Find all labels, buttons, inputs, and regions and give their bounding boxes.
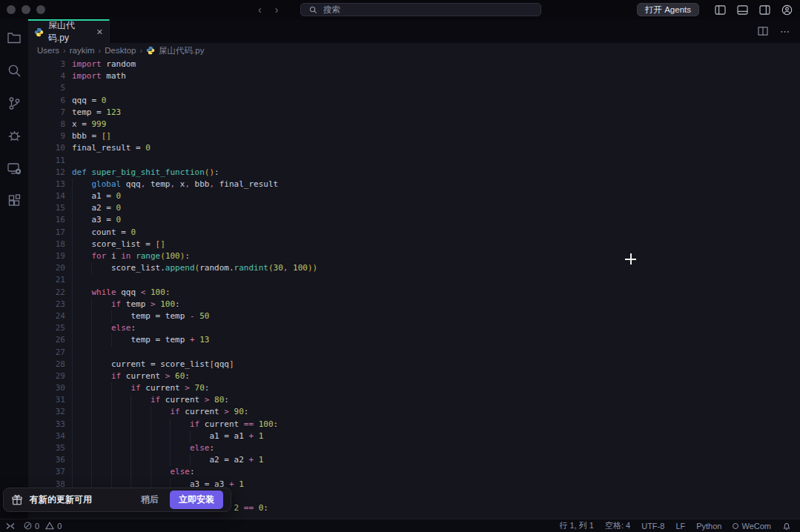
- eol-setting[interactable]: LF: [675, 522, 685, 531]
- line-number: 37: [28, 466, 65, 478]
- breadcrumb-separator: ›: [139, 46, 142, 55]
- code-line[interactable]: 19 for i in range(100):: [28, 250, 800, 262]
- indentation-setting[interactable]: 空格: 4: [605, 520, 630, 531]
- line-number: 6: [28, 95, 65, 107]
- explorer-icon[interactable]: [6, 30, 22, 46]
- toggle-sidebar-icon[interactable]: [714, 4, 726, 16]
- editor-more-actions-icon[interactable]: ⋯: [780, 26, 790, 37]
- remote-indicator-icon[interactable]: [6, 522, 15, 530]
- code-line[interactable]: 30 if current > 70:: [28, 382, 800, 394]
- code-line[interactable]: 23 if temp > 100:: [28, 299, 800, 310]
- minimize-window-button[interactable]: [22, 5, 30, 14]
- command-search-input[interactable]: 搜索: [300, 3, 541, 16]
- breadcrumb-item-desktop[interactable]: Desktop: [105, 46, 136, 55]
- encoding-setting[interactable]: UTF-8: [641, 522, 664, 531]
- breadcrumb-separator: ›: [63, 46, 66, 55]
- close-window-button[interactable]: [7, 5, 16, 14]
- line-number: 36: [28, 454, 65, 466]
- code-line[interactable]: 28 current = score_list[qqq]: [28, 359, 800, 370]
- code-line[interactable]: 12def super_big_shit_function():: [28, 167, 800, 179]
- toggle-panel-icon[interactable]: [736, 4, 748, 16]
- line-number: 31: [28, 394, 65, 406]
- breadcrumb-item-raykim[interactable]: raykim: [70, 46, 95, 55]
- code-line[interactable]: 14 a1 = 0: [28, 190, 800, 202]
- error-count: 0: [35, 522, 39, 531]
- code-line[interactable]: 25 else:: [28, 322, 800, 334]
- remote-explorer-icon[interactable]: [6, 160, 22, 176]
- wecom-status[interactable]: WeCom: [733, 522, 771, 531]
- code-line[interactable]: 26 temp = temp + 13: [28, 334, 800, 346]
- code-editor[interactable]: 3import random4import math56qqq = 07temp…: [28, 58, 800, 519]
- tab-close-icon[interactable]: ✕: [96, 27, 103, 37]
- code-line[interactable]: 29 if current > 60:: [28, 370, 800, 382]
- code-line[interactable]: 20 score_list.append(random.randint(30, …: [28, 262, 800, 274]
- line-number: 21: [28, 274, 65, 286]
- tab-file[interactable]: 屎山代码.py ✕: [28, 19, 110, 43]
- code-line[interactable]: 31 if current > 80:: [28, 394, 800, 406]
- line-number: 28: [28, 359, 65, 370]
- code-line[interactable]: 3import random: [28, 59, 800, 70]
- split-editor-icon[interactable]: [758, 27, 768, 36]
- status-bar: 0 0 行 1, 列 1 空格: 4 UTF-8 LF Python WeCom: [0, 519, 800, 532]
- code-line[interactable]: 15 a2 = 0: [28, 202, 800, 214]
- breadcrumb-item-file[interactable]: 屎山代码.py: [159, 45, 204, 56]
- line-number: 13: [28, 179, 65, 190]
- code-line[interactable]: 11: [28, 155, 800, 167]
- search-sidebar-icon[interactable]: [6, 62, 22, 79]
- code-line[interactable]: 7temp = 123: [28, 107, 800, 119]
- back-button[interactable]: ‹: [258, 4, 262, 16]
- code-line[interactable]: 18 score_list = []: [28, 239, 800, 250]
- run-debug-icon[interactable]: [6, 127, 22, 144]
- code-line[interactable]: 10final_result = 0: [28, 142, 800, 154]
- line-number: 22: [28, 287, 65, 299]
- line-number: 27: [28, 347, 65, 359]
- line-number: 30: [28, 382, 65, 394]
- open-agents-button[interactable]: 打开 Agents: [637, 3, 699, 16]
- breadcrumb-item-users[interactable]: Users: [37, 46, 59, 55]
- code-line[interactable]: 37 else:: [28, 466, 800, 478]
- code-line[interactable]: 33 if current == 100:: [28, 419, 800, 430]
- code-line[interactable]: 13 global qqq, temp, x, bbb, final_resul…: [28, 179, 800, 190]
- code-line[interactable]: 21: [28, 274, 800, 286]
- line-number: 8: [28, 119, 65, 130]
- code-line[interactable]: 34 a1 = a1 + 1: [28, 430, 800, 442]
- code-line[interactable]: 35 else:: [28, 442, 800, 454]
- notification-message: 有新的更新可用: [30, 493, 92, 506]
- extensions-icon[interactable]: [6, 193, 22, 209]
- mouse-crosshair-cursor: [625, 253, 636, 265]
- code-line[interactable]: 24 temp = temp - 50: [28, 310, 800, 322]
- code-line[interactable]: 27: [28, 347, 800, 359]
- account-icon[interactable]: [781, 4, 793, 16]
- problems-indicator[interactable]: 0 0: [24, 522, 62, 531]
- line-number: 29: [28, 370, 65, 382]
- code-line[interactable]: 4import math: [28, 70, 800, 82]
- code-line[interactable]: 6qqq = 0: [28, 95, 800, 107]
- toggle-secondary-sidebar-icon[interactable]: [758, 4, 770, 16]
- code-line[interactable]: 22 while qqq < 100:: [28, 287, 800, 299]
- title-bar: ‹ › 搜索 打开 Agents: [0, 0, 800, 19]
- breadcrumb-separator: ›: [99, 46, 102, 55]
- code-line[interactable]: 9bbb = []: [28, 130, 800, 142]
- language-mode[interactable]: Python: [696, 522, 721, 531]
- line-number: 14: [28, 190, 65, 202]
- source-control-icon[interactable]: [6, 95, 22, 111]
- code-line[interactable]: 36 a2 = a2 + 1: [28, 454, 800, 466]
- line-number: 34: [28, 430, 65, 442]
- code-line[interactable]: 16 a3 = 0: [28, 214, 800, 226]
- update-later-button[interactable]: 稍后: [136, 491, 163, 509]
- line-number: 33: [28, 419, 65, 430]
- install-now-button[interactable]: 立即安装: [170, 491, 223, 509]
- line-number: 23: [28, 299, 65, 310]
- line-number: 18: [28, 239, 65, 250]
- forward-button[interactable]: ›: [275, 4, 279, 16]
- code-line[interactable]: 32 if current > 90:: [28, 406, 800, 418]
- line-number: 26: [28, 334, 65, 346]
- maximize-window-button[interactable]: [36, 5, 45, 14]
- line-number: 11: [28, 155, 65, 167]
- line-number: 35: [28, 442, 65, 454]
- code-line[interactable]: 17 count = 0: [28, 227, 800, 239]
- code-line[interactable]: 8x = 999: [28, 119, 800, 130]
- notifications-bell-icon[interactable]: [782, 522, 791, 531]
- cursor-position[interactable]: 行 1, 列 1: [560, 520, 594, 531]
- code-line[interactable]: 5: [28, 82, 800, 94]
